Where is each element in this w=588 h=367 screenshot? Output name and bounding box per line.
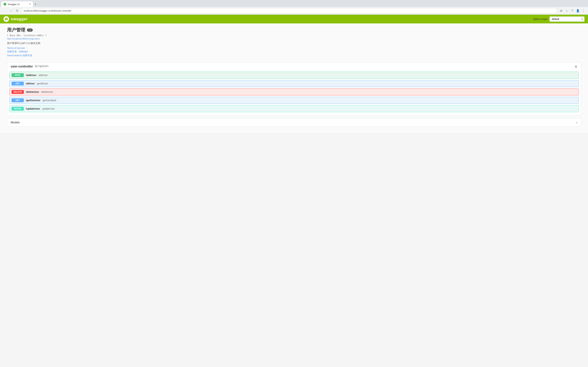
swagger-content: 用户管理 1.0 [ Base URL: localhost:8081/ ] h… (0, 23, 588, 133)
svg-text:{}: {} (6, 18, 7, 20)
endpoints-list: POST /addUser addUser GET /allUser getAl… (7, 72, 581, 112)
address-bar[interactable]: localhost:8081/swagger-ui.html#/user-con… (21, 8, 557, 13)
models-header[interactable]: Models › (7, 118, 581, 126)
endpoint-row-1[interactable]: GET /allUser getAllUser (9, 80, 579, 87)
controller-header[interactable]: user-controller 用户操作API ∨ (7, 63, 581, 70)
api-title-text: 用户管理 (7, 27, 25, 33)
endpoint-summary: getAllUser (37, 82, 48, 85)
toolbar-actions: ⊟ ☆ ? 👤 ⋮ (559, 8, 586, 13)
api-links: Terms of service 倪辉开发 - Website Send ema… (7, 47, 581, 57)
endpoint-path: /updateUser (26, 107, 40, 110)
models-expand-icon: › (576, 121, 577, 124)
controller-section: user-controller 用户操作API ∨ POST /addUser … (7, 62, 581, 116)
controller-collapse-icon: ∨ (575, 64, 577, 68)
endpoint-path: /deleteUser (26, 91, 39, 93)
endpoint-path: /addUser (26, 74, 36, 76)
spec-selector: Select a spec default (533, 17, 585, 22)
api-docs-link[interactable]: http://localhost:8081/v2/api-docs (7, 37, 581, 40)
endpoint-method-badge: PATCH (12, 107, 24, 111)
endpoint-method-badge: POST (12, 73, 24, 77)
endpoint-row-inner: PATCH /updateUser updateUser (9, 105, 579, 112)
endpoint-row-4[interactable]: PATCH /updateUser updateUser (9, 105, 579, 112)
profile-icon[interactable]: 👤 (575, 8, 580, 13)
endpoint-summary: addUser (38, 74, 48, 76)
controller-desc: 用户操作API (35, 65, 49, 68)
browser-chrome: S Swagger UI × + ← → ↻ localhost:8081/sw… (0, 0, 588, 15)
swagger-header: {} swagger Select a spec default (0, 15, 588, 23)
endpoint-row-2[interactable]: DELETE /deleteUser deleteUser (9, 88, 579, 95)
api-version-badge: 1.0 (27, 28, 33, 32)
forward-button[interactable]: → (9, 8, 13, 13)
back-button[interactable]: ← (2, 8, 7, 13)
controller-title: user-controller 用户操作API (11, 65, 49, 68)
endpoint-method-badge: GET (12, 98, 24, 102)
api-info: 用户管理 1.0 [ Base URL: localhost:8081/ ] h… (7, 27, 581, 57)
endpoint-method-badge: DELETE (12, 90, 24, 94)
endpoint-row-inner: DELETE /deleteUser deleteUser (9, 89, 579, 95)
swagger-logo: {} swagger (3, 16, 28, 22)
terms-of-service-link[interactable]: Terms of service (7, 47, 581, 50)
active-tab[interactable]: S Swagger UI × (1, 1, 33, 7)
menu-icon[interactable]: ⋮ (581, 8, 586, 13)
endpoint-path: /allUser (26, 82, 35, 85)
help-icon[interactable]: ? (570, 8, 575, 13)
spec-select[interactable]: default (550, 17, 585, 22)
controller-name: user-controller (11, 65, 33, 68)
swagger-icon: {} (5, 17, 8, 21)
swagger-logo-text: swagger (11, 17, 28, 21)
endpoint-summary: updateUser (42, 107, 55, 110)
endpoint-path: /getOneUser (26, 99, 40, 102)
endpoint-row-inner: GET /allUser getAllUser (9, 80, 579, 87)
api-description: 用户管理中心API 1.0 操作文档 (7, 42, 581, 45)
translate-icon[interactable]: ⊟ (559, 8, 563, 13)
models-section: Models › (7, 118, 581, 126)
reload-button[interactable]: ↻ (15, 8, 20, 13)
website-link[interactable]: 倪辉开发 - Website (7, 50, 581, 53)
swagger-logo-icon: {} (3, 16, 9, 22)
endpoint-method-badge: GET (12, 82, 24, 85)
tab-title: Swagger UI (8, 3, 28, 6)
browser-toolbar: ← → ↻ localhost:8081/swagger-ui.html#/us… (0, 7, 588, 15)
endpoint-row-inner: GET /getOneUser getUserById (9, 97, 579, 104)
tab-bar: S Swagger UI × + (0, 0, 588, 7)
spec-select-wrapper: default (550, 17, 585, 22)
endpoint-summary: getUserById (43, 99, 56, 102)
api-base-url: [ Base URL: localhost:8081/ ] (7, 34, 581, 37)
endpoint-summary: deleteUser (41, 91, 53, 93)
endpoint-row-0[interactable]: POST /addUser addUser (9, 72, 579, 79)
new-tab-button[interactable]: + (33, 2, 38, 7)
endpoint-row-3[interactable]: GET /getOneUser getUserById (9, 97, 579, 104)
models-title: Models (11, 121, 20, 124)
tab-favicon: S (3, 3, 6, 6)
spec-selector-label: Select a spec (533, 18, 548, 20)
bookmark-icon[interactable]: ☆ (564, 8, 569, 13)
endpoint-row-inner: POST /addUser addUser (9, 72, 579, 78)
tab-close-button[interactable]: × (29, 3, 31, 6)
api-title-row: 用户管理 1.0 (7, 27, 581, 33)
url-display: localhost:8081/swagger-ui.html#/user-con… (24, 9, 71, 12)
email-link[interactable]: Send email to 倪辉开发 (7, 54, 581, 57)
